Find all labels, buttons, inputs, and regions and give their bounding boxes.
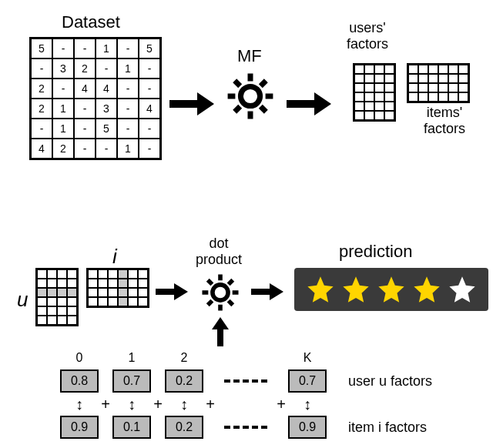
matrix-cell: -: [117, 99, 139, 119]
matrix-cell: [108, 297, 118, 306]
items-factors-matrix: [407, 63, 470, 103]
factor-index: 2: [165, 351, 203, 365]
matrix-cell: -: [117, 119, 139, 139]
matrix-cell: [47, 316, 57, 325]
double-arrow-icon: ↕: [288, 396, 327, 413]
matrix-cell: [47, 306, 57, 316]
u-label: u: [17, 288, 28, 312]
matrix-cell: [384, 65, 394, 74]
matrix-cell: [448, 92, 458, 102]
matrix-cell: [374, 102, 384, 111]
matrix-cell: -: [117, 38, 139, 59]
matrix-cell: [418, 74, 428, 83]
double-arrow-icon: ↕: [112, 396, 151, 413]
matrix-cell: 5: [139, 38, 160, 59]
matrix-cell: [138, 269, 148, 279]
matrix-cell: [47, 269, 57, 279]
matrix-cell: [418, 92, 428, 102]
item-factor: 0.9: [60, 416, 99, 439]
prediction-panel: [294, 268, 488, 311]
matrix-cell: [88, 297, 98, 306]
matrix-cell: 1: [52, 119, 74, 139]
matrix-cell: -: [31, 119, 52, 139]
matrix-cell: [354, 74, 364, 83]
matrix-cell: [364, 102, 374, 111]
matrix-cell: [138, 279, 148, 288]
matrix-cell: 4: [74, 79, 96, 99]
matrix-cell: [98, 269, 108, 279]
gear-icon: [223, 69, 277, 126]
double-arrow-icon: ↕: [60, 396, 99, 413]
plus-icon: +: [203, 396, 217, 413]
item-factor: 0.9: [288, 416, 327, 439]
matrix-cell: -: [139, 119, 160, 139]
matrix-cell: [364, 92, 374, 102]
matrix-cell: -: [96, 59, 117, 79]
matrix-cell: [57, 279, 67, 288]
arrow-ui-to-dot: [156, 283, 189, 300]
matrix-cell: [67, 269, 77, 279]
dot-product-label: dot product: [196, 236, 242, 268]
matrix-cell: [37, 316, 47, 325]
matrix-cell: [108, 269, 118, 279]
matrix-cell: [118, 288, 128, 297]
matrix-cell: -: [117, 79, 139, 99]
arrow-factors-to-dot: [212, 317, 229, 346]
plus-icon: +: [274, 396, 288, 413]
matrix-cell: [428, 92, 438, 102]
dataset-matrix: 5--1-5-32-1-2-44--21-3-4-1-5--42--1-: [29, 37, 162, 160]
matrix-cell: 4: [96, 79, 117, 99]
matrix-cell: [88, 288, 98, 297]
matrix-cell: [128, 297, 138, 306]
matrix-cell: 1: [117, 59, 139, 79]
matrix-cell: [364, 65, 374, 74]
matrix-cell: [458, 92, 468, 102]
matrix-cell: [364, 74, 374, 83]
factor-ops-row: ↕ + ↕ + ↕ + + ↕: [60, 396, 327, 413]
matrix-cell: [57, 316, 67, 325]
factor-index: K: [288, 351, 327, 365]
matrix-cell: 1: [117, 139, 139, 159]
user-factor: 0.7: [112, 369, 151, 393]
plus-icon: +: [151, 396, 165, 413]
matrix-cell: [128, 288, 138, 297]
matrix-cell: [418, 83, 428, 92]
matrix-cell: [428, 74, 438, 83]
user-factor: 0.8: [60, 369, 99, 393]
matrix-cell: 1: [52, 99, 74, 119]
item-factor: 0.2: [165, 416, 203, 439]
mf-label: MF: [237, 46, 262, 66]
matrix-cell: [108, 279, 118, 288]
matrix-cell: [438, 74, 448, 83]
matrix-cell: [47, 288, 57, 297]
matrix-cell: [384, 102, 394, 111]
matrix-cell: 4: [31, 139, 52, 159]
matrix-cell: [374, 74, 384, 83]
factor-indices: 0 1 2 K: [60, 351, 327, 365]
matrix-cell: [354, 65, 364, 74]
matrix-cell: [374, 83, 384, 92]
matrix-cell: [428, 65, 438, 74]
ellipsis-icon: [217, 426, 274, 429]
matrix-cell: 5: [31, 38, 52, 59]
matrix-cell: 1: [96, 38, 117, 59]
matrix-cell: [428, 83, 438, 92]
matrix-cell: 2: [31, 79, 52, 99]
star-filled-icon: [340, 274, 371, 305]
matrix-cell: [374, 111, 384, 120]
top-section: Dataset 5--1-5-32-1-2-44--21-3-4-1-5--42…: [15, 15, 478, 185]
user-factor: 0.2: [165, 369, 203, 393]
item-factor: 0.1: [112, 416, 151, 439]
gear-icon: [199, 271, 242, 317]
matrix-cell: [37, 279, 47, 288]
matrix-cell: [37, 297, 47, 306]
matrix-cell: -: [52, 79, 74, 99]
item-factors-row: 0.9 0.1 0.2 0.9 item i factors: [60, 416, 427, 439]
matrix-cell: [67, 288, 77, 297]
matrix-cell: [37, 269, 47, 279]
matrix-cell: -: [52, 38, 74, 59]
matrix-cell: -: [139, 139, 160, 159]
matrix-cell: [98, 288, 108, 297]
items-factors-label: items' factors: [424, 105, 465, 137]
matrix-cell: [384, 111, 394, 120]
